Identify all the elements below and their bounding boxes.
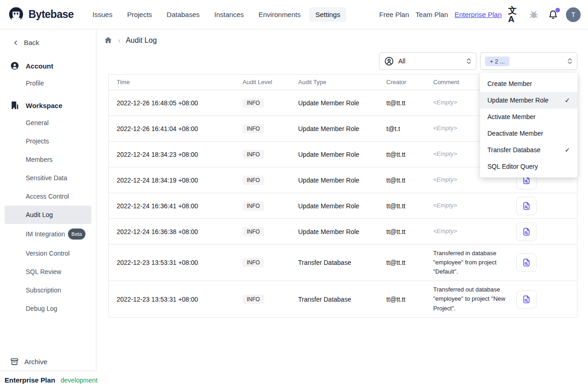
table-row: 2022-12-24 16:36:41 +08:00 INFO Update M… xyxy=(109,193,577,219)
menu-item-label: Activate Member xyxy=(487,113,536,120)
bug-report-icon[interactable] xyxy=(527,8,540,21)
row-audit-type: Update Member Role xyxy=(298,125,386,132)
audit-type-filter-select[interactable]: + 2 ... xyxy=(480,52,577,70)
audit-level-badge: INFO xyxy=(243,98,264,108)
audit-level-badge: INFO xyxy=(243,227,264,236)
team-plan-label: Team Plan xyxy=(416,11,448,18)
sidebar-item-projects[interactable]: Projects xyxy=(5,132,91,150)
nav-databases[interactable]: Databases xyxy=(161,7,206,22)
user-avatar[interactable]: T xyxy=(566,7,581,22)
view-detail-button[interactable] xyxy=(516,253,537,272)
audit-level-badge: INFO xyxy=(243,150,264,159)
building-icon xyxy=(10,101,19,110)
breadcrumb-page-title: Audit Log xyxy=(126,36,157,45)
settings-sidebar: Back Account Profile Workspace General P… xyxy=(0,29,96,389)
file-search-icon xyxy=(522,258,531,267)
main-content: › Audit Log All + 2 ... Time Audit Level… xyxy=(96,29,588,389)
view-detail-button[interactable] xyxy=(516,197,537,215)
row-audit-type: Transfer Database xyxy=(298,296,386,303)
menu-item-transfer-database[interactable]: Transfer Database ✓ xyxy=(480,142,577,158)
audit-level-badge: INFO xyxy=(243,176,264,185)
view-detail-button[interactable] xyxy=(516,290,537,309)
row-audit-type: Update Member Role xyxy=(298,99,386,107)
notification-dot xyxy=(555,8,560,12)
row-comment: Transferred out database "employee" to p… xyxy=(433,281,512,316)
table-row: 2022-12-23 13:53:31 +08:00 INFO Transfer… xyxy=(109,281,577,317)
nav-instances[interactable]: Instances xyxy=(209,7,250,22)
row-time: 2022-12-24 18:34:23 +08:00 xyxy=(117,151,243,158)
creator-filter-select[interactable]: All xyxy=(379,52,476,70)
nav-environments[interactable]: Environments xyxy=(253,7,307,22)
sidebar-item-im-integration[interactable]: IM IntegrationBeta xyxy=(5,224,91,244)
menu-item-update-member-role[interactable]: Update Member Role ✓ xyxy=(480,92,577,109)
account-section-header: Account xyxy=(0,57,96,74)
table-row: 2022-12-23 13:53:31 +08:00 INFO Transfer… xyxy=(109,245,577,281)
row-time: 2022-12-24 16:36:41 +08:00 xyxy=(117,202,243,210)
user-circle-outline-icon xyxy=(384,56,394,66)
file-search-icon xyxy=(522,227,531,236)
sidebar-item-debug-log[interactable]: Debug Log xyxy=(5,299,91,318)
menu-item-label: Update Member Role xyxy=(487,97,548,104)
audit-level-badge: INFO xyxy=(243,201,264,211)
check-icon: ✓ xyxy=(565,146,570,154)
row-audit-type: Update Member Role xyxy=(298,151,386,158)
chevron-left-icon xyxy=(12,39,19,46)
chevron-up-down-icon xyxy=(466,58,471,64)
row-creator: tt@tt.tt xyxy=(386,228,433,235)
sidebar-item-version-control[interactable]: Version Control xyxy=(5,244,91,263)
row-audit-type: Transfer Database xyxy=(298,259,386,266)
sidebar-item-members[interactable]: Members xyxy=(5,150,91,169)
bytebase-logo-icon xyxy=(7,6,25,23)
row-time: 2022-12-24 18:34:19 +08:00 xyxy=(117,177,243,184)
creator-filter-value: All xyxy=(398,57,406,65)
audit-type-filter-badge: + 2 ... xyxy=(485,57,509,66)
sidebar-item-general[interactable]: General xyxy=(5,114,91,132)
row-creator: tt@tt.tt xyxy=(386,177,433,184)
col-header-creator: Creator xyxy=(386,79,433,86)
row-creator: tt@tt.tt xyxy=(386,99,433,107)
audit-level-badge: INFO xyxy=(243,124,264,133)
sidebar-item-sql-review[interactable]: SQL Review xyxy=(5,263,91,281)
row-time: 2022-12-23 13:53:31 +08:00 xyxy=(117,296,243,303)
menu-item-sql-editor-query[interactable]: SQL Editor Query xyxy=(480,158,577,175)
sidebar-item-subscription[interactable]: Subscription xyxy=(5,281,91,299)
table-row: 2022-12-24 16:36:38 +08:00 INFO Update M… xyxy=(109,219,577,245)
sidebar-item-access-control[interactable]: Access Control xyxy=(5,187,91,206)
home-icon[interactable] xyxy=(104,36,113,45)
beta-badge: Beta xyxy=(68,229,86,240)
chevron-up-down-icon xyxy=(567,58,572,64)
workspace-section-header: Workspace xyxy=(0,97,96,114)
row-creator: tt@tt.tt xyxy=(386,151,433,158)
row-audit-type: Update Member Role xyxy=(298,228,386,235)
menu-item-create-member[interactable]: Create Member xyxy=(480,75,577,92)
back-label: Back xyxy=(24,39,39,46)
account-section-title: Account xyxy=(26,62,53,70)
back-button[interactable]: Back xyxy=(0,29,96,53)
sidebar-item-audit-log[interactable]: Audit Log xyxy=(5,206,91,224)
archive-button[interactable]: Archive xyxy=(0,353,96,371)
translate-icon[interactable]: 文A xyxy=(508,8,521,21)
top-navigation-bar: Bytebase Issues Projects Databases Insta… xyxy=(0,0,588,29)
notifications-bell-icon[interactable] xyxy=(547,8,560,21)
menu-item-activate-member[interactable]: Activate Member xyxy=(480,109,577,125)
menu-item-label: Create Member xyxy=(487,80,532,87)
dev-mode-label: development xyxy=(61,377,97,384)
sidebar-item-profile[interactable]: Profile xyxy=(5,74,91,92)
audit-level-badge: INFO xyxy=(243,295,264,304)
workspace-section-title: Workspace xyxy=(26,102,62,109)
sidebar-item-sensitive-data[interactable]: Sensitive Data xyxy=(5,169,91,187)
user-circle-icon xyxy=(10,61,19,70)
audit-type-dropdown-menu: Create Member Update Member Role ✓ Activ… xyxy=(480,73,577,177)
view-detail-button[interactable] xyxy=(516,223,537,241)
row-comment: <Empty> xyxy=(433,223,512,240)
enterprise-plan-link[interactable]: Enterprise Plan xyxy=(454,11,502,18)
bytebase-logo[interactable]: Bytebase xyxy=(7,6,74,23)
menu-item-label: Deactivate Member xyxy=(487,130,543,137)
plan-footer-name: Enterprise Plan xyxy=(5,376,55,384)
nav-issues[interactable]: Issues xyxy=(86,7,118,22)
menu-item-deactivate-member[interactable]: Deactivate Member xyxy=(480,125,577,142)
nav-settings[interactable]: Settings xyxy=(309,7,346,22)
nav-projects[interactable]: Projects xyxy=(121,7,158,22)
row-time: 2022-12-24 16:36:38 +08:00 xyxy=(117,228,243,235)
breadcrumb: › Audit Log xyxy=(96,29,588,45)
